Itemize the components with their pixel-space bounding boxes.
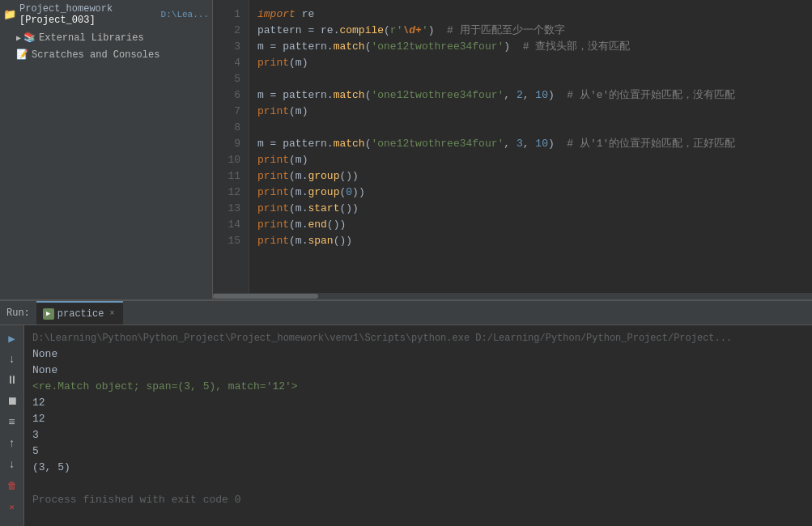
run-tab-icon: ▶: [43, 308, 54, 320]
ext-lib-icon: 📚: [23, 32, 36, 44]
output-line-7: 5: [32, 443, 804, 460]
project-folder-icon: 📁: [3, 8, 16, 21]
scratch-icon: 📝: [16, 49, 28, 61]
output-line-3: <re.Match object; span=(3, 5), match='12…: [32, 379, 804, 395]
horizontal-scrollbar[interactable]: [213, 293, 812, 299]
output-line-4: 12: [32, 395, 804, 411]
run-button[interactable]: ▶: [2, 329, 22, 348]
code-editor[interactable]: import re pattern = re.compile(r'\d+') #…: [249, 0, 812, 293]
output-spacer: [32, 476, 804, 492]
line-numbers: 1234 5678 9101112 131415: [213, 0, 249, 293]
rerun-button[interactable]: ↓: [2, 350, 22, 369]
run-tab-practice[interactable]: ▶ practice ×: [36, 301, 124, 325]
run-tabs: Run: ▶ practice ×: [0, 301, 812, 325]
editor-area: 1234 5678 9101112 131415 import re patte…: [213, 0, 812, 299]
stop-button[interactable]: ⏹: [2, 392, 22, 411]
run-toolbar: ▶ ↓ ⏸ ⏹ ≡ ↑ ↓ 🗑 ✕: [0, 325, 24, 526]
sidebar-item-label: Scratches and Consoles: [32, 49, 159, 61]
clear-button[interactable]: 🗑: [2, 476, 22, 495]
sidebar: 📁 Project_homework [Project_003] D:\Lea.…: [0, 0, 213, 299]
output-line-2: None: [32, 363, 804, 379]
project-root-item[interactable]: 📁 Project_homework [Project_003] D:\Lea.…: [0, 0, 212, 29]
run-path-line: D:\Learning\Python\Python_Project\Projec…: [32, 330, 804, 346]
output-toggle-button[interactable]: ≡: [2, 413, 22, 432]
sidebar-item-label: External Libraries: [39, 32, 144, 44]
close-run-button[interactable]: ✕: [2, 497, 22, 516]
output-line-1: None: [32, 346, 804, 363]
code-container[interactable]: 1234 5678 9101112 131415 import re patte…: [213, 0, 812, 293]
run-tab-close[interactable]: ×: [107, 308, 117, 320]
output-exit-line: Process finished with exit code 0: [32, 492, 804, 508]
project-name: Project_homework [Project_003]: [19, 3, 158, 26]
run-panel: Run: ▶ practice × ▶ ↓ ⏸ ⏹ ≡ ↑ ↓ 🗑 ✕ D:\L…: [0, 299, 812, 526]
output-line-5: 12: [32, 411, 804, 427]
run-output[interactable]: D:\Learning\Python\Python_Project\Projec…: [24, 325, 812, 526]
pause-button[interactable]: ⏸: [2, 371, 22, 390]
scroll-up-button[interactable]: ↑: [2, 434, 22, 453]
run-tab-name: practice: [57, 308, 104, 320]
sidebar-item-external-libraries[interactable]: ▶ 📚 External Libraries: [0, 29, 212, 46]
output-line-6: 3: [32, 427, 804, 443]
scrollbar-thumb[interactable]: [213, 294, 318, 299]
run-content-area: ▶ ↓ ⏸ ⏹ ≡ ↑ ↓ 🗑 ✕ D:\Learning\Python\Pyt…: [0, 325, 812, 526]
scroll-down-button[interactable]: ↓: [2, 455, 22, 474]
output-line-8: (3, 5): [32, 460, 804, 476]
sidebar-item-scratches[interactable]: 📝 Scratches and Consoles: [0, 46, 212, 63]
project-path: D:\Lea...: [161, 10, 209, 19]
chevron-icon: ▶: [16, 33, 21, 43]
